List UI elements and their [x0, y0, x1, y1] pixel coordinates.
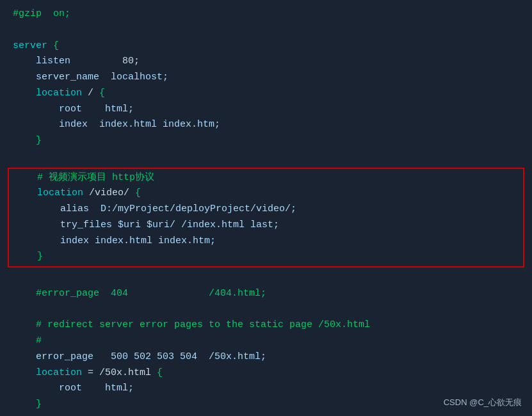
- comment-hash-text: #: [13, 333, 42, 349]
- location-keyword1: location: [13, 86, 82, 102]
- index-key: index index.html index.htm;: [13, 117, 220, 133]
- close-brace-50x: }: [13, 397, 42, 413]
- line-root-50x: root html;: [0, 381, 532, 397]
- alias-key: alias D:/myProject/deployProject/video/;: [14, 202, 296, 218]
- line-location-root: location / {: [0, 86, 532, 102]
- line-index: index index.html index.htm;: [0, 117, 532, 133]
- line-try-files: try_files $uri $uri/ /index.html last;: [14, 218, 518, 234]
- line-comment-redirect: # redirect server error pages to the sta…: [0, 317, 532, 333]
- line-error-page-500: error_page 500 502 503 504 /50x.html;: [0, 349, 532, 365]
- server-brace: {: [53, 38, 59, 54]
- error-page-404-text: #error_page 404 /404.html;: [13, 286, 266, 302]
- line-root: root html;: [0, 102, 532, 118]
- root-key: root html;: [13, 102, 134, 118]
- server-name-key: server_name localhost;: [13, 70, 168, 86]
- line-location-50x: location = /50x.html {: [0, 365, 532, 381]
- location-eq: = /50x.html: [82, 365, 157, 381]
- location-keyword3: location: [13, 365, 82, 381]
- location-path2: /video/: [83, 186, 135, 202]
- line-location-video: location /video/ {: [14, 186, 518, 202]
- error-page-500-text: error_page 500 502 503 504 /50x.html;: [13, 349, 266, 365]
- gzip-comment: #gzip on;: [13, 6, 70, 22]
- line-close1: }: [0, 133, 532, 149]
- line-alias: alias D:/myProject/deployProject/video/;: [14, 202, 518, 218]
- index-video-key: index index.html index.htm;: [14, 234, 216, 250]
- line-close-video: }: [14, 249, 518, 265]
- server-keyword: server: [13, 38, 53, 54]
- listen-indent: listen: [13, 54, 117, 70]
- line-server: server {: [0, 38, 532, 54]
- listen-value: 80;: [117, 54, 140, 70]
- line-error-page-404: #error_page 404 /404.html;: [0, 286, 532, 302]
- highlighted-video-block: # 视频演示项目 http协议 location /video/ { alias…: [8, 168, 524, 268]
- location-brace1: {: [99, 86, 105, 102]
- location-keyword2: location: [14, 186, 83, 202]
- line-blank1: [0, 22, 532, 38]
- line-blank3: [0, 270, 532, 286]
- close-brace-video: }: [14, 249, 43, 265]
- root-50x-key: root html;: [13, 381, 134, 397]
- line-blank2: [0, 149, 532, 165]
- location-path1: /: [82, 86, 99, 102]
- line-gzip: #gzip on;: [0, 6, 532, 22]
- try-files-key: try_files $uri $uri/ /index.html last;: [14, 218, 279, 234]
- line-index-video: index index.html index.htm;: [14, 234, 518, 250]
- line-listen: listen 80;: [0, 54, 532, 70]
- location-brace3: {: [157, 365, 163, 381]
- line-blank4: [0, 302, 532, 318]
- comment-video-text: # 视频演示项目 http协议: [14, 170, 154, 186]
- code-editor: #gzip on; server { listen 80; server_nam…: [0, 0, 532, 416]
- comment-redirect-text: # redirect server error pages to the sta…: [13, 317, 370, 333]
- line-comment-video: # 视频演示项目 http协议: [14, 170, 518, 186]
- line-comment-hash: #: [0, 333, 532, 349]
- watermark: CSDN @C_心欲无痕: [444, 397, 522, 408]
- close-brace1: }: [13, 133, 42, 149]
- line-server-name: server_name localhost;: [0, 70, 532, 86]
- location-brace2: {: [135, 186, 141, 202]
